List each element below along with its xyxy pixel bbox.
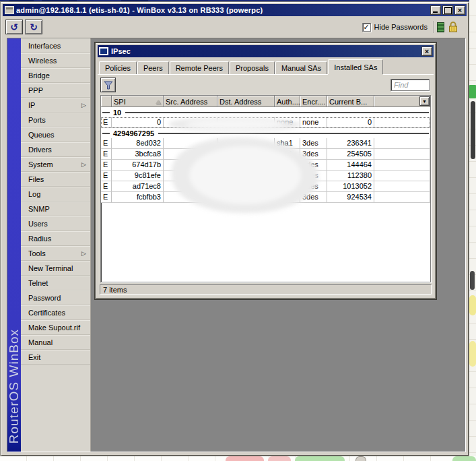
table-header-row: SPISrc. AddressDst. AddressAuth....Encr.… [101,96,430,107]
sidebar-item-label: Password [28,294,86,302]
sidebar-item-password[interactable]: Password [21,290,90,305]
tab-proposals[interactable]: Proposals [230,61,275,74]
sidebar-item-label: Drivers [28,146,86,154]
sidebar-item-label: IP [28,101,81,109]
background-yellow-fragment [469,295,476,315]
sidebar-item-ip[interactable]: IP▷ [21,98,90,113]
cell-spi: ad71ec8 [112,181,164,192]
column-header-src[interactable]: Src. Address [164,96,217,107]
cell-bytes: 144464 [327,160,374,171]
cell-flags: E [101,160,112,171]
column-header-auth[interactable]: Auth.... [275,96,300,107]
main-titlebar[interactable]: admin@192.168.1.1 (etis-sh-01) - WinBox … [3,4,467,16]
column-header-encr[interactable]: Encr.... [300,96,327,107]
minimize-button[interactable] [430,5,441,15]
sidebar-item-label: New Terminal [28,264,86,272]
cell-filler [374,171,430,181]
funnel-icon [104,81,113,90]
cell-encr: 3des [300,138,327,149]
ipsec-close-button[interactable]: × [421,47,432,56]
secure-lock-icon [448,22,458,32]
undo-button[interactable]: ↺ [5,20,23,34]
sidebar-item-interfaces[interactable]: Interfaces [21,38,90,53]
ipsec-tabstrip: PoliciesPeersRemote PeersProposalsManual… [98,59,434,74]
ipsec-body: SPISrc. AddressDst. AddressAuth....Encr.… [98,74,434,297]
sidebar-item-label: Interfaces [28,42,86,50]
sidebar-item-ppp[interactable]: PPP [21,83,90,98]
cell-flags: E [101,117,112,128]
ipsec-titlebar[interactable]: IPsec × [98,45,434,57]
cell-flags: E [101,138,112,149]
sidebar-item-users[interactable]: Users [21,216,90,231]
cell-flags: E [101,149,112,160]
sidebar-item-tools[interactable]: Tools▷ [21,246,90,261]
sidebar-item-files[interactable]: Files [21,172,90,187]
sidebar-item-drivers[interactable]: Drivers [21,142,90,157]
filter-button[interactable] [100,78,116,92]
group-line [158,133,429,134]
ipsec-window-icon [99,47,108,55]
close-button[interactable]: × [454,5,465,15]
column-header-spi[interactable]: SPI [112,96,164,107]
find-input[interactable] [390,79,430,91]
main-toolbar: ↺ ↻ ✓ Hide Passwords [3,18,467,37]
sidebar-item-manual[interactable]: Manual [21,335,90,350]
ipsec-title: IPsec [111,47,421,55]
brand-text: RouterOS WinBox [7,329,22,452]
redo-button[interactable]: ↻ [25,20,42,34]
background-gray-fragment [355,456,366,461]
column-header-dst[interactable]: Dst. Address [217,96,275,107]
sidebar-item-system[interactable]: System▷ [21,157,90,172]
background-yellow-fragment [469,341,476,367]
submenu-arrow-icon: ▷ [81,102,86,109]
tab-installed-sas[interactable]: Installed SAs [328,59,383,74]
hide-passwords-label: Hide Passwords [374,23,428,31]
background-window-bottom-strip [0,456,476,461]
sidebar-item-telnet[interactable]: Telnet [21,276,90,290]
sidebar-item-certificates[interactable]: Certificates [21,305,90,320]
sidebar-item-label: Telnet [28,279,86,287]
tab-policies[interactable]: Policies [99,61,137,74]
hide-passwords-checkbox[interactable]: ✓ [362,23,371,32]
cell-filler [374,138,430,149]
sidebar-item-new-terminal[interactable]: New Terminal [21,261,90,276]
ipsec-window: IPsec × PoliciesPeersRemote PeersProposa… [95,42,436,299]
sidebar-item-exit[interactable]: Exit [21,350,90,365]
column-header-bytes[interactable]: Current B... [327,96,374,107]
sidebar-item-queues[interactable]: Queues [21,127,90,142]
cell-bytes: 1013052 [327,181,374,192]
cell-filler [374,117,430,128]
sidebar-item-radius[interactable]: Radius [21,231,90,246]
cell-flags: E [101,192,112,203]
sidebar-item-label: Log [28,190,86,198]
tab-remote-peers[interactable]: Remote Peers [170,61,229,74]
tab-peers[interactable]: Peers [137,61,169,74]
ipsec-statusbar: 7 items [100,284,432,295]
column-dropdown-button[interactable]: ▼ [419,96,430,106]
sidebar-item-label: Tools [28,249,81,257]
cell-flags: E [101,171,112,181]
group-row-10: 10 [101,107,430,117]
sidebar-item-ports[interactable]: Ports [21,113,90,127]
group-line [125,112,429,113]
group-line [102,112,110,113]
background-window-right-strip [469,0,476,461]
tab-manual-sas[interactable]: Manual SAs [275,61,327,74]
winbox-main-window: admin@192.168.1.1 (etis-sh-01) - WinBox … [0,1,469,456]
sidebar-item-label: Make Supout.rif [28,324,86,332]
installed-sas-table: SPISrc. AddressDst. AddressAuth....Encr.… [100,95,431,282]
cell-filler [374,149,430,160]
column-header-flags[interactable] [101,96,112,107]
cell-flags: E [101,181,112,192]
sidebar-item-label: Manual [28,338,86,346]
sidebar-item-make-supout-rif[interactable]: Make Supout.rif [21,320,90,335]
sidebar-item-snmp[interactable]: SNMP [21,202,90,216]
background-pink-fragment [226,456,264,461]
sidebar-item-bridge[interactable]: Bridge [21,68,90,83]
group-label: 4294967295 [113,129,154,137]
sidebar-item-wireless[interactable]: Wireless [21,53,90,68]
submenu-arrow-icon: ▷ [81,250,86,257]
maximize-button[interactable] [442,5,453,15]
sidebar-item-log[interactable]: Log [21,187,90,202]
sidebar-item-label: Certificates [28,309,86,317]
